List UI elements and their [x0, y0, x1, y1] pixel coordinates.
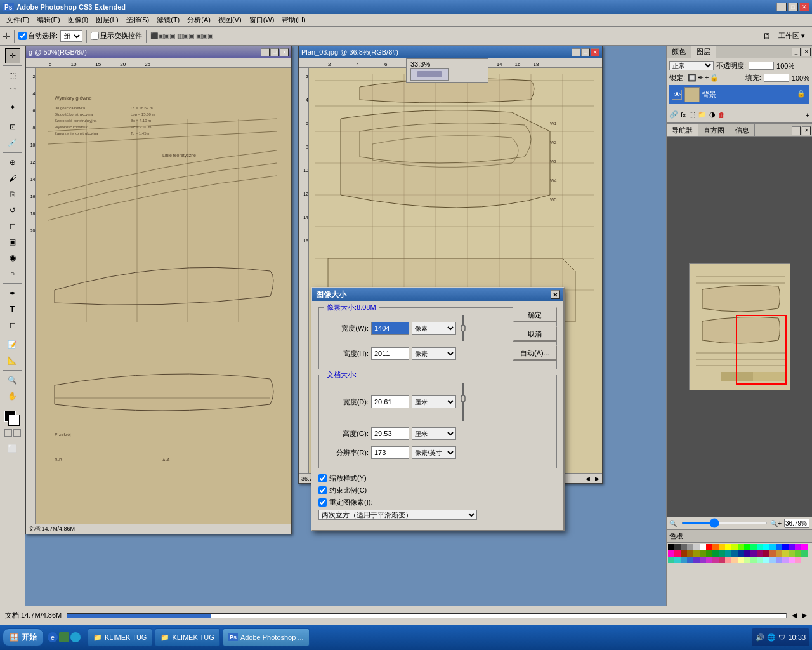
info-tab[interactable]: 信息 [730, 124, 755, 136]
color-swatch[interactable] [712, 544, 719, 550]
color-swatch[interactable] [731, 544, 738, 550]
status-nav-prev[interactable]: ◀ [792, 611, 797, 620]
color-swatch[interactable] [776, 544, 782, 550]
color-swatch[interactable] [700, 544, 706, 550]
color-swatch[interactable] [763, 544, 769, 550]
cancel-button[interactable]: 取消 [513, 326, 557, 342]
color-swatch[interactable] [731, 550, 738, 557]
color-tab[interactable]: 颜色 [667, 46, 691, 58]
layer-link-icon[interactable]: 🔗 [669, 110, 678, 119]
fill-input[interactable] [764, 74, 789, 82]
color-swatch[interactable] [738, 544, 744, 550]
color-swatch[interactable] [681, 557, 687, 563]
notes-tool[interactable]: 📝 [5, 337, 20, 352]
color-swatch[interactable] [738, 550, 744, 557]
doc2-nav-arrow-right[interactable]: ▶ [595, 475, 599, 482]
color-chips[interactable] [4, 411, 21, 427]
constrain-checkbox[interactable] [318, 486, 327, 494]
color-swatch[interactable] [687, 557, 693, 563]
color-swatch[interactable] [674, 550, 681, 557]
text-tool[interactable]: T [5, 302, 20, 317]
doc1-maximize[interactable]: □ [270, 48, 279, 56]
color-swatch[interactable] [750, 544, 757, 550]
auto-button[interactable]: 自动(A)... [513, 345, 557, 361]
pixel-height-input[interactable]: 2011 [371, 347, 409, 360]
layers-tab[interactable]: 图层 [691, 46, 716, 58]
menu-select[interactable]: 选择(S) [122, 14, 154, 26]
menu-filter[interactable]: 滤镜(T) [153, 14, 183, 26]
color-swatch[interactable] [801, 544, 808, 550]
color-swatch[interactable] [801, 550, 808, 557]
menu-edit[interactable]: 编辑(E) [33, 14, 64, 26]
gradient-tool[interactable]: ▣ [5, 234, 20, 249]
shape-tool[interactable]: ◻ [5, 317, 20, 333]
marquee-tool[interactable]: ⬚ [5, 68, 20, 83]
taskbar-item-2[interactable]: 📁 KLIMEK TUG [155, 628, 219, 646]
color-swatch[interactable] [789, 550, 795, 557]
nav-viewport-rect[interactable] [736, 315, 787, 385]
color-swatch[interactable] [693, 557, 700, 563]
histogram-tab[interactable]: 直方图 [698, 124, 730, 136]
color-swatch[interactable] [738, 557, 744, 563]
menu-image[interactable]: 图像(I) [64, 14, 92, 26]
lasso-tool[interactable]: ⌒ [5, 84, 20, 99]
doc-height-input[interactable]: 29.53 [371, 427, 409, 440]
doc1-controls[interactable]: _ □ ✕ [261, 48, 289, 56]
magic-wand-tool[interactable]: ✦ [5, 100, 20, 115]
history-tool[interactable]: ↺ [5, 202, 20, 218]
color-swatch[interactable] [674, 557, 681, 563]
color-swatch[interactable] [687, 550, 693, 557]
color-swatch[interactable] [674, 544, 681, 550]
layer-mask-icon[interactable]: ⬚ [689, 110, 695, 119]
color-swatch[interactable] [668, 544, 674, 550]
pixel-height-unit[interactable]: 像素 [412, 347, 456, 360]
color-swatch[interactable] [700, 550, 706, 557]
color-swatch[interactable] [693, 544, 700, 550]
scale-styles-option[interactable]: 缩放样式(Y) [318, 474, 557, 483]
color-swatch[interactable] [795, 557, 801, 563]
ie-icon[interactable]: e [48, 632, 58, 642]
pixel-width-input[interactable]: 1404 [371, 322, 409, 335]
hand-tool[interactable]: ✋ [5, 388, 20, 404]
tray-network-icon[interactable]: 🌐 [767, 633, 776, 642]
color-swatch[interactable] [789, 557, 795, 563]
dodge-tool[interactable]: ○ [5, 266, 20, 281]
close-button[interactable]: ✕ [799, 3, 809, 11]
show-transform-checkbox[interactable] [91, 32, 99, 40]
color-swatch[interactable] [782, 557, 789, 563]
move-tool[interactable]: ✛ [5, 48, 20, 63]
color-swatch[interactable] [725, 557, 731, 563]
color-swatch[interactable] [763, 557, 769, 563]
panel-close-btn[interactable]: ✕ [802, 48, 811, 56]
show-transform-option[interactable]: 显示变换控件 [91, 31, 142, 41]
minimize-button[interactable]: _ [776, 3, 787, 11]
path-tool[interactable]: ✒ [5, 286, 20, 301]
dialog-titlebar[interactable]: 图像大小 ✕ [312, 288, 563, 301]
menu-file[interactable]: 文件(F) [3, 14, 33, 26]
constrain-proportions-option[interactable]: 约束比例(C) [318, 486, 557, 495]
color-swatch[interactable] [782, 550, 789, 557]
color-swatch[interactable] [725, 550, 731, 557]
color-swatch[interactable] [776, 557, 782, 563]
auto-select-dropdown[interactable]: 组 [60, 30, 82, 42]
resample-method-select[interactable]: 两次立方（适用于平滑渐变） [318, 510, 477, 520]
color-swatch[interactable] [744, 550, 750, 557]
color-swatch[interactable] [769, 544, 776, 550]
nav-zoom-input[interactable]: 36.79% [784, 519, 809, 528]
resolution-unit[interactable]: 像素/英寸 [412, 446, 456, 459]
color-swatch[interactable] [757, 550, 763, 557]
ok-button[interactable]: 确定 [513, 307, 557, 322]
color-swatch[interactable] [789, 544, 795, 550]
brush-tool[interactable]: 🖌 [5, 171, 20, 186]
blur-tool[interactable]: ◉ [5, 250, 20, 265]
nav-zoom-in-icon[interactable]: 🔍+ [770, 520, 782, 527]
nav-zoom-slider[interactable] [681, 522, 768, 524]
layer-adjust-icon[interactable]: ◑ [709, 110, 716, 119]
layer-effects-icon[interactable]: fx [681, 111, 686, 119]
color-swatch[interactable] [719, 544, 725, 550]
color-swatch[interactable] [668, 557, 674, 563]
doc2-nav-arrow[interactable]: ◀ [586, 475, 590, 482]
screen-mode-btn[interactable]: ⬜ [5, 441, 20, 456]
doc2-controls[interactable]: _ □ ✕ [572, 48, 599, 56]
doc2-minimize[interactable]: _ [572, 48, 580, 56]
